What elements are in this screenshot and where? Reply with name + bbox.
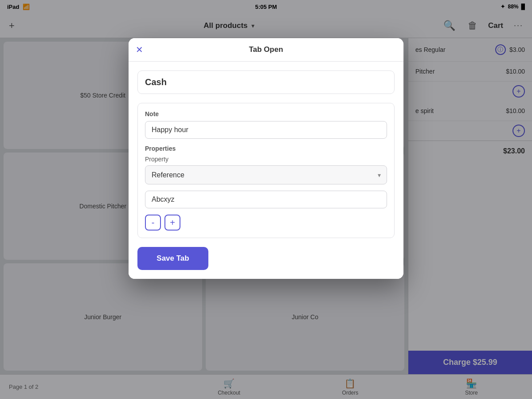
note-properties-section: Note Properties Property Reference Name …: [137, 103, 395, 238]
note-input[interactable]: [145, 121, 387, 139]
save-tab-button[interactable]: Save Tab: [137, 247, 208, 270]
property-select[interactable]: Reference Name Phone Email: [145, 165, 387, 184]
property-label: Property: [145, 156, 387, 163]
tab-open-modal: ✕ Tab Open Cash Note Properties Property…: [129, 38, 403, 279]
modal-title: Tab Open: [249, 45, 283, 54]
cash-field: Cash: [137, 70, 395, 94]
property-buttons: - +: [145, 215, 387, 231]
close-button[interactable]: ✕: [136, 44, 143, 55]
modal-body: Cash Note Properties Property Reference …: [129, 62, 403, 279]
modal-header: ✕ Tab Open: [129, 38, 403, 62]
properties-label: Properties: [145, 145, 387, 152]
note-label: Note: [145, 110, 387, 117]
property-select-wrapper: Reference Name Phone Email ▾: [145, 165, 387, 184]
add-property-button[interactable]: +: [164, 215, 180, 231]
remove-property-button[interactable]: -: [145, 215, 161, 231]
modal-overlay: ✕ Tab Open Cash Note Properties Property…: [0, 0, 532, 399]
reference-input[interactable]: [145, 191, 387, 208]
